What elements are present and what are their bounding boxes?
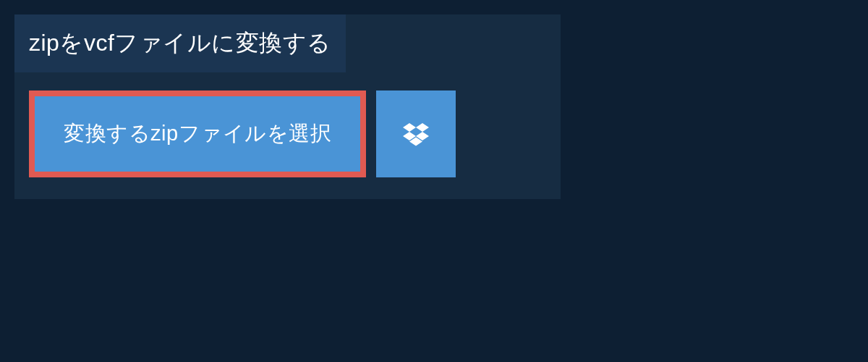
dropbox-icon xyxy=(403,121,429,147)
select-file-button[interactable]: 変換するzipファイルを選択 xyxy=(29,90,366,177)
select-file-label: 変換するzipファイルを選択 xyxy=(64,119,331,148)
dropbox-button[interactable] xyxy=(376,90,456,177)
page-title: zipをvcfファイルに変換する xyxy=(29,30,331,56)
converter-panel: zipをvcfファイルに変換する 変換するzipファイルを選択 xyxy=(14,14,561,199)
title-bar: zipをvcfファイルに変換する xyxy=(14,14,346,72)
button-row: 変換するzipファイルを選択 xyxy=(14,72,561,199)
